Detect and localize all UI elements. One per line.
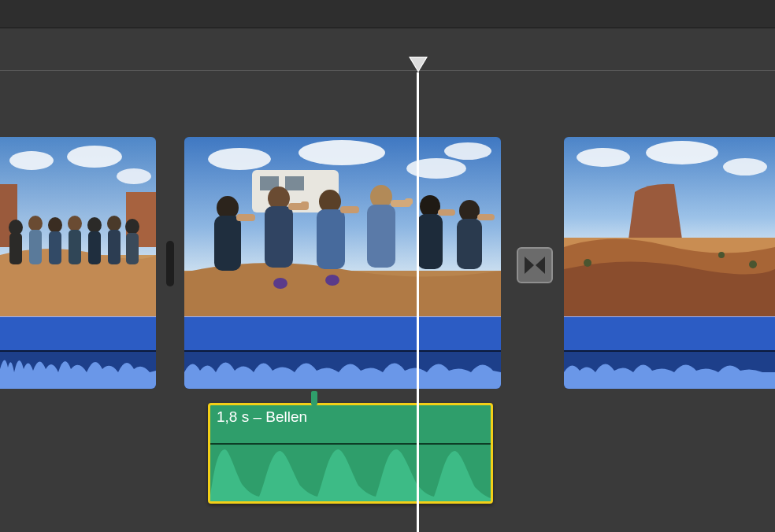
svg-rect-49 — [477, 214, 495, 220]
svg-rect-12 — [49, 231, 61, 264]
sfx-separator: – — [253, 408, 261, 425]
clip-thumbnail — [0, 137, 156, 316]
video-clip[interactable] — [184, 137, 501, 389]
svg-point-50 — [325, 275, 339, 286]
svg-point-58 — [718, 252, 725, 258]
svg-rect-41 — [367, 205, 395, 268]
svg-point-23 — [299, 140, 385, 165]
svg-point-9 — [28, 216, 43, 231]
video-clip[interactable] — [0, 137, 156, 389]
svg-rect-14 — [69, 230, 81, 264]
svg-point-25 — [444, 142, 491, 160]
svg-rect-34 — [265, 206, 293, 268]
svg-point-53 — [577, 148, 630, 167]
svg-point-44 — [420, 195, 440, 217]
svg-point-47 — [459, 200, 480, 222]
clip-connection-pin[interactable] — [311, 391, 317, 405]
svg-point-1 — [9, 151, 54, 170]
timeline-ruler[interactable] — [0, 28, 775, 71]
svg-point-57 — [584, 259, 591, 267]
cross-dissolve-icon — [523, 253, 547, 277]
svg-rect-36 — [301, 201, 309, 208]
toolbar — [0, 0, 775, 28]
svg-point-59 — [749, 260, 757, 268]
svg-rect-28 — [285, 176, 304, 190]
waveform — [184, 345, 501, 389]
svg-rect-10 — [29, 230, 42, 264]
svg-point-17 — [107, 216, 121, 231]
clip-audio-band[interactable] — [564, 316, 775, 389]
svg-rect-20 — [126, 233, 139, 264]
playhead-marker-icon — [409, 57, 428, 72]
sound-effect-clip[interactable]: 1,8 s – Bellen — [208, 403, 493, 504]
clip-thumbnail — [564, 137, 775, 316]
svg-point-19 — [125, 219, 139, 235]
waveform — [564, 345, 775, 389]
svg-rect-18 — [108, 230, 121, 264]
sound-effect-label: 1,8 s – Bellen — [217, 408, 307, 426]
clip-thumbnail — [184, 137, 501, 316]
svg-rect-31 — [214, 216, 241, 271]
svg-rect-43 — [405, 198, 413, 205]
timeline[interactable]: 1,8 s – Bellen — [0, 28, 775, 532]
sfx-duration: 1,8 s — [217, 408, 249, 425]
clip-audio-band[interactable] — [184, 316, 501, 389]
sfx-name: Bellen — [265, 408, 307, 425]
playhead-line[interactable] — [417, 72, 419, 532]
svg-rect-32 — [236, 214, 255, 221]
svg-point-54 — [646, 141, 718, 164]
playhead-marker[interactable] — [409, 57, 428, 72]
svg-point-22 — [208, 148, 271, 170]
trim-handle[interactable] — [166, 241, 174, 286]
svg-point-55 — [723, 158, 767, 175]
svg-point-51 — [273, 278, 287, 289]
svg-rect-38 — [317, 209, 345, 269]
waveform — [210, 445, 491, 501]
clip-audio-band[interactable] — [0, 316, 156, 389]
svg-rect-39 — [340, 206, 359, 213]
svg-rect-46 — [438, 209, 455, 216]
svg-point-13 — [68, 216, 82, 231]
svg-rect-16 — [88, 231, 101, 264]
svg-point-3 — [117, 168, 151, 184]
svg-point-11 — [48, 217, 62, 233]
svg-rect-45 — [417, 214, 443, 269]
svg-rect-48 — [457, 219, 482, 269]
svg-point-2 — [67, 146, 122, 168]
svg-point-15 — [87, 217, 102, 233]
svg-point-24 — [406, 158, 466, 179]
video-clip[interactable] — [564, 137, 775, 389]
transition-cross-dissolve[interactable] — [517, 247, 553, 283]
svg-rect-8 — [9, 233, 22, 264]
waveform — [0, 345, 156, 389]
